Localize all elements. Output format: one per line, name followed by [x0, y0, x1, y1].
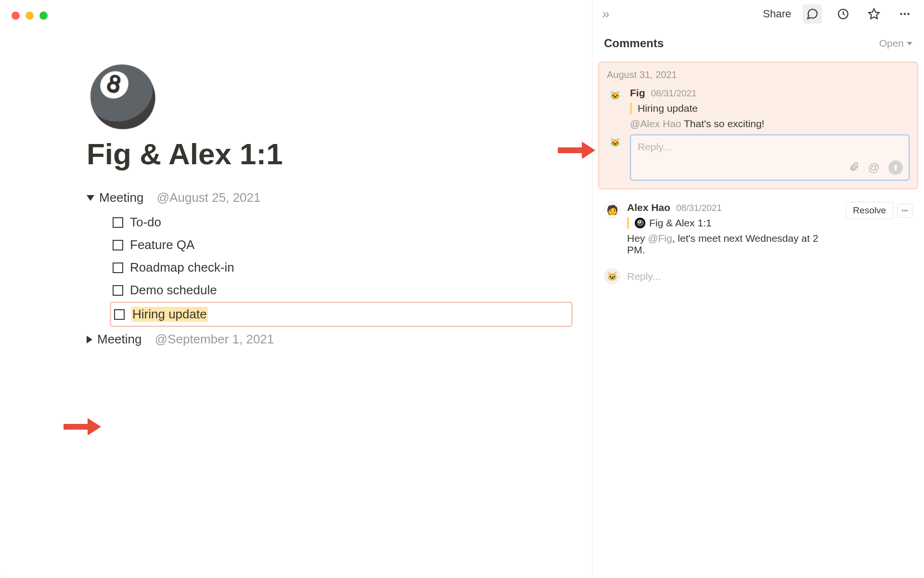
- todo-label: Demo schedule: [130, 283, 217, 298]
- caret-right-icon: [87, 336, 92, 343]
- clock-icon[interactable]: [834, 4, 853, 24]
- comment-thread[interactable]: Alex Hao 08/31/2021 🎱 Fig & Alex 1:1 Hey…: [592, 193, 924, 262]
- checkbox-icon[interactable]: [113, 217, 123, 228]
- comment-author: Alex Hao: [627, 202, 670, 213]
- todo-label: Feature QA: [130, 237, 194, 252]
- comments-header: Comments Open: [592, 28, 924, 58]
- todo-item[interactable]: Roadmap check-in: [110, 256, 573, 279]
- annotation-arrow-icon: [558, 140, 596, 161]
- app-window: 🎱 Fig & Alex 1:1 Meeting @August 25, 202…: [0, 0, 924, 578]
- comment-text: @Alex Hao That's so exciting!: [630, 118, 910, 130]
- svg-point-4: [900, 13, 902, 15]
- comments-filter-dropdown[interactable]: Open: [879, 38, 912, 49]
- topbar: » Share: [592, 0, 924, 28]
- svg-marker-1: [88, 418, 101, 435]
- reply-input[interactable]: Reply... @: [630, 134, 910, 181]
- page-ref-icon: 🎱: [635, 218, 645, 228]
- toggle-meeting-1[interactable]: Meeting @August 25, 2021: [87, 190, 573, 205]
- todo-label: Roadmap check-in: [130, 260, 234, 275]
- reply-input-collapsed[interactable]: Reply...: [592, 262, 924, 291]
- todo-item[interactable]: Feature QA: [110, 234, 573, 256]
- page-title[interactable]: Fig & Alex 1:1: [87, 137, 573, 171]
- svg-marker-8: [582, 142, 595, 159]
- todo-item[interactable]: To-do: [110, 211, 573, 234]
- checkbox-icon[interactable]: [113, 285, 123, 296]
- comments-icon[interactable]: [803, 4, 822, 24]
- todo-label: To-do: [130, 215, 161, 230]
- todo-item-highlighted[interactable]: Hiring update: [110, 302, 573, 327]
- todo-list: To-do Feature QA Roadmap check-in Demo s…: [110, 211, 573, 327]
- toggle-label: Meeting: [99, 190, 144, 205]
- avatar: [607, 87, 623, 104]
- paperclip-icon[interactable]: [849, 161, 860, 174]
- filter-label: Open: [879, 38, 904, 49]
- quote-text: Hiring update: [638, 103, 698, 114]
- reply-placeholder: Reply...: [638, 141, 902, 153]
- avatar: [604, 268, 620, 285]
- chevron-down-icon: [907, 42, 912, 45]
- svg-marker-3: [869, 9, 879, 19]
- star-icon[interactable]: [864, 4, 884, 24]
- annotation-arrow-icon: [64, 416, 102, 437]
- resolve-button[interactable]: Resolve: [846, 202, 893, 219]
- checkbox-icon[interactable]: [114, 309, 125, 320]
- caret-down-icon: [87, 195, 94, 201]
- comment-text-body: That's so exciting!: [684, 118, 764, 129]
- comment-timestamp: 08/31/2021: [651, 88, 697, 99]
- date-mention[interactable]: @September 1, 2021: [155, 332, 274, 347]
- todo-item[interactable]: Demo schedule: [110, 279, 573, 302]
- user-mention[interactable]: @Alex Hao: [630, 118, 681, 129]
- comment: Fig 08/31/2021 Hiring update @Alex Hao T…: [607, 87, 910, 130]
- right-sidebar: » Share Comments Open: [592, 0, 924, 578]
- reply-placeholder: Reply...: [627, 271, 661, 282]
- thread-date: August 31, 2021: [607, 69, 910, 80]
- comment-author: Fig: [630, 87, 645, 99]
- send-button[interactable]: [888, 160, 903, 175]
- toggle-label: Meeting: [97, 332, 142, 347]
- user-mention[interactable]: @Fig: [648, 233, 672, 244]
- reply-box: Reply... @: [607, 134, 910, 181]
- thread-more-button[interactable]: •••: [897, 204, 912, 218]
- date-mention[interactable]: @August 25, 2021: [157, 190, 261, 205]
- page-content: 🎱 Fig & Alex 1:1 Meeting @August 25, 202…: [0, 0, 592, 578]
- page-icon[interactable]: 🎱: [87, 67, 573, 125]
- todo-label: Hiring update: [131, 307, 208, 322]
- avatar: [604, 202, 620, 218]
- comment-text-prefix: Hey: [627, 233, 648, 244]
- comments-title: Comments: [604, 37, 664, 50]
- mention-icon[interactable]: @: [868, 161, 880, 174]
- comment-timestamp: 08/31/2021: [676, 203, 722, 213]
- comment-thread-active[interactable]: August 31, 2021 Fig 08/31/2021 Hiring up…: [598, 62, 918, 189]
- avatar: [607, 134, 623, 151]
- more-icon[interactable]: [895, 4, 914, 24]
- toggle-meeting-2[interactable]: Meeting @September 1, 2021: [87, 332, 573, 347]
- comment-quote[interactable]: 🎱 Fig & Alex 1:1: [627, 217, 839, 229]
- quote-text: Fig & Alex 1:1: [649, 217, 712, 229]
- share-button[interactable]: Share: [763, 8, 791, 20]
- svg-point-6: [907, 13, 909, 15]
- svg-point-5: [904, 13, 906, 15]
- comment-quote[interactable]: Hiring update: [630, 103, 910, 114]
- expand-sidebar-button[interactable]: »: [602, 6, 610, 22]
- checkbox-icon[interactable]: [113, 263, 123, 273]
- comment-text: Hey @Fig, let's meet next Wednesday at 2…: [627, 233, 839, 256]
- checkbox-icon[interactable]: [113, 240, 123, 250]
